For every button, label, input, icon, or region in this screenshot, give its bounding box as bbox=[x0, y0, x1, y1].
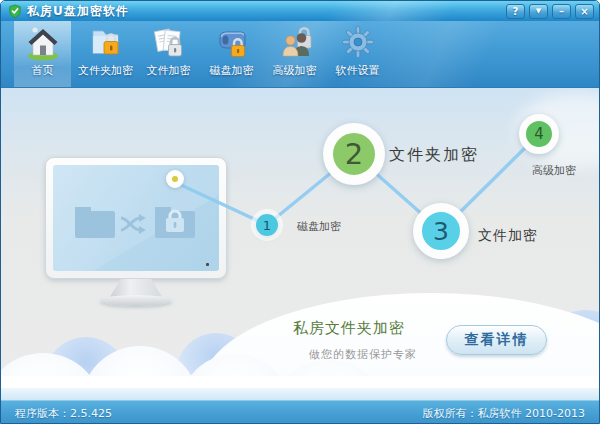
step-label-folder-encrypt: 文件夹加密 bbox=[389, 145, 479, 166]
toolbar: 首页 文件夹加密 bbox=[1, 21, 599, 88]
tab-disk-encrypt-label: 磁盘加密 bbox=[210, 63, 254, 78]
promo-subtitle: 做您的数据保护专家 bbox=[309, 347, 417, 362]
folder-lock-icon bbox=[86, 24, 126, 62]
tab-settings[interactable]: 软件设置 bbox=[329, 21, 386, 87]
version-text: 程序版本：2.5.425 bbox=[15, 406, 112, 421]
gear-icon bbox=[338, 24, 378, 62]
flow-start-dot bbox=[166, 170, 184, 188]
close-button[interactable]: × bbox=[575, 4, 594, 19]
promo-title: 私房文件夹加密 bbox=[293, 319, 405, 338]
copyright-text: 版权所有：私房软件 2010-2013 bbox=[423, 406, 585, 421]
step-number-1: 1 bbox=[263, 218, 271, 233]
view-details-button[interactable]: 查看详情 bbox=[446, 325, 547, 355]
shield-check-icon bbox=[8, 4, 22, 18]
titlebar: 私房U盘加密软件 ? ▼ – × bbox=[1, 1, 599, 21]
users-lock-icon bbox=[275, 24, 315, 62]
home-icon bbox=[23, 24, 63, 62]
tab-advanced-encrypt[interactable]: 高级加密 bbox=[266, 21, 323, 87]
tab-folder-encrypt[interactable]: 文件夹加密 bbox=[77, 21, 134, 87]
step-circle-2: 2 bbox=[323, 123, 385, 185]
window-controls: ? ▼ – × bbox=[506, 4, 594, 19]
main-content: 1 2 3 4 磁盘加密 文件夹加密 文件加密 高级加密 私房文件夹加密 做您的… bbox=[1, 88, 599, 400]
step-number-3: 3 bbox=[433, 217, 449, 246]
minimize-button[interactable]: – bbox=[552, 4, 571, 19]
statusbar: 程序版本：2.5.425 版权所有：私房软件 2010-2013 bbox=[1, 400, 599, 424]
tab-file-encrypt[interactable]: 文件加密 bbox=[140, 21, 197, 87]
step-circle-1: 1 bbox=[256, 214, 278, 236]
tab-file-encrypt-label: 文件加密 bbox=[147, 63, 191, 78]
step-circle-4: 4 bbox=[519, 114, 559, 154]
step-label-advanced-encrypt: 高级加密 bbox=[532, 163, 576, 178]
tab-folder-encrypt-label: 文件夹加密 bbox=[78, 63, 133, 78]
window-title: 私房U盘加密软件 bbox=[27, 3, 129, 20]
file-lock-icon bbox=[149, 24, 189, 62]
tab-home-label: 首页 bbox=[32, 63, 54, 78]
tab-advanced-encrypt-label: 高级加密 bbox=[273, 63, 317, 78]
step-circle-3: 3 bbox=[413, 203, 469, 259]
step-number-2: 2 bbox=[345, 137, 363, 171]
step-label-file-encrypt: 文件加密 bbox=[478, 227, 538, 245]
tab-settings-label: 软件设置 bbox=[336, 63, 380, 78]
tab-home[interactable]: 首页 bbox=[14, 21, 71, 87]
step-label-disk-encrypt: 磁盘加密 bbox=[297, 219, 341, 234]
bottom-band bbox=[1, 388, 599, 400]
disk-lock-icon bbox=[212, 24, 252, 62]
help-button[interactable]: ? bbox=[506, 4, 525, 19]
app-window: 私房U盘加密软件 ? ▼ – × 首页 bbox=[0, 0, 600, 424]
skin-menu-button[interactable]: ▼ bbox=[529, 4, 548, 19]
tab-disk-encrypt[interactable]: 磁盘加密 bbox=[203, 21, 260, 87]
step-number-4: 4 bbox=[534, 125, 544, 143]
